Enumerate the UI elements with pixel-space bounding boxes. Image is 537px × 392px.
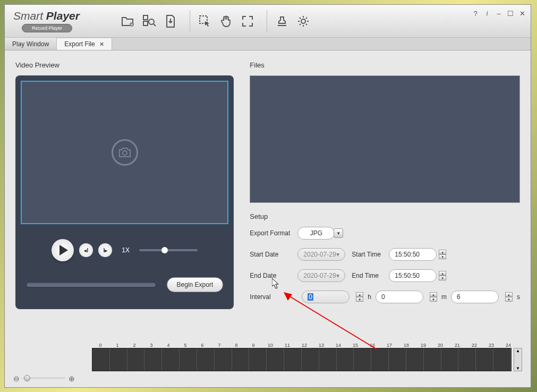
timeline-cell[interactable] [493, 348, 511, 371]
timeline-cell[interactable] [180, 348, 197, 371]
interval-label: Interval [250, 293, 297, 301]
timeline-cell[interactable] [110, 348, 127, 371]
timeline-cell[interactable] [441, 348, 459, 371]
export-format-select[interactable]: JPG [297, 227, 335, 240]
close-button[interactable]: ✕ [518, 9, 526, 18]
speed-slider[interactable] [139, 249, 198, 251]
zoom-in-icon[interactable]: ⊕ [69, 374, 75, 383]
export-progress [26, 282, 156, 287]
search-button[interactable] [140, 12, 159, 31]
zoom-control: ⊖ ⊕ [13, 374, 522, 383]
interval-secs-field[interactable]: 6 [451, 291, 499, 303]
end-time-spinner[interactable]: ▲▼ [439, 271, 446, 280]
maximize-button[interactable]: ☐ [506, 9, 515, 18]
timeline-cell[interactable] [267, 348, 284, 371]
zoom-slider[interactable] [23, 377, 65, 380]
timeline-cell[interactable] [162, 348, 180, 371]
timeline-cell[interactable] [92, 348, 110, 371]
calendar-icon: ▾ [336, 251, 339, 258]
setup-title: Setup [250, 212, 520, 220]
timeline-hour-label: 17 [381, 343, 398, 348]
export-controls: Begin Export [21, 277, 228, 292]
secs-spinner[interactable]: ▲▼ [505, 292, 513, 302]
interval-mins-field[interactable]: 0 [376, 291, 423, 303]
tab-play-window[interactable]: Play Window [5, 38, 57, 50]
secs-unit: s [517, 293, 520, 301]
tab-close-icon[interactable]: ✕ [99, 41, 104, 48]
timeline-hour-label: 7 [211, 343, 228, 348]
region-select-button[interactable] [195, 12, 215, 31]
format-dropdown-icon[interactable]: ▼ [334, 228, 343, 238]
interval-hours-field[interactable]: 0 [302, 291, 350, 303]
timeline-hour-label: 10 [262, 343, 279, 348]
speed-label: 1X [122, 246, 130, 254]
timeline-hour-label: 3 [143, 343, 160, 348]
zoom-slider-thumb[interactable] [24, 375, 30, 381]
minimize-button[interactable]: – [495, 9, 503, 18]
timeline-cell[interactable] [319, 348, 337, 371]
timeline-cell[interactable] [476, 348, 493, 371]
start-date-field[interactable]: 2020-07-29▾ [297, 248, 345, 261]
tab-bar: Play Window Export File✕ [5, 38, 531, 50]
timeline-track[interactable] [92, 348, 512, 371]
timeline-cell[interactable] [337, 348, 354, 371]
stamp-button[interactable] [272, 12, 292, 31]
timeline-cell[interactable] [424, 348, 441, 371]
svg-point-8 [301, 19, 305, 23]
timeline-cell[interactable] [215, 348, 232, 371]
end-time-label: End Time [352, 272, 389, 279]
timeline-cell[interactable] [284, 348, 302, 371]
timeline-cell[interactable] [249, 348, 267, 371]
timeline-cell[interactable] [406, 348, 424, 371]
open-folder-button[interactable]: + [118, 12, 138, 31]
speed-slider-thumb[interactable] [161, 247, 168, 253]
left-panel: Video Preview ◂I I▸ 1X Begin Export [15, 61, 234, 332]
fullscreen-button[interactable] [238, 12, 257, 31]
timeline-scrollbar[interactable]: ▲▼ [514, 348, 522, 371]
step-back-button[interactable]: ◂I [79, 243, 93, 257]
play-button[interactable] [52, 239, 74, 261]
timeline-cell[interactable] [232, 348, 250, 371]
start-row: Start Date 2020-07-29▾ Start Time 15:50:… [250, 248, 520, 261]
pan-button[interactable] [217, 12, 236, 31]
end-time-field[interactable]: 15:50:50 [389, 269, 437, 282]
end-row: End Date 2020-07-29▾ End Time 15:50:50 ▲… [250, 269, 520, 282]
timeline-hour-label: 6 [194, 343, 211, 348]
info-button[interactable]: i [483, 9, 491, 18]
settings-button[interactable] [294, 12, 313, 31]
timeline-hour-label: 15 [347, 343, 364, 348]
svg-point-4 [149, 19, 154, 24]
timeline-cell[interactable] [354, 348, 371, 371]
timeline-cell[interactable] [197, 348, 215, 371]
camera-icon [112, 139, 138, 166]
tab-export-file[interactable]: Export File✕ [57, 38, 112, 50]
timeline-hour-label: 0 [92, 343, 109, 348]
begin-export-button[interactable]: Begin Export [167, 277, 224, 292]
help-button[interactable]: ? [471, 9, 480, 18]
timeline-cell[interactable] [371, 348, 389, 371]
timeline-cell[interactable] [127, 348, 145, 371]
hours-spinner[interactable]: ▲▼ [356, 292, 363, 302]
window-controls: ? i – ☐ ✕ [471, 9, 526, 18]
timeline-cell[interactable] [458, 348, 476, 371]
files-list[interactable] [250, 75, 520, 203]
end-date-field[interactable]: 2020-07-29▾ [297, 269, 345, 282]
mins-spinner[interactable]: ▲▼ [430, 292, 437, 302]
start-time-field[interactable]: 15:50:50 [389, 248, 437, 261]
timeline-hour-label: 24 [500, 343, 517, 348]
app-subtitle: Record Player [22, 24, 72, 32]
export-button[interactable] [161, 12, 180, 31]
timeline-hour-label: 21 [449, 343, 466, 348]
right-panel: Files Setup Export Format JPG ▼ Start Da… [250, 61, 520, 332]
svg-rect-2 [143, 15, 148, 20]
video-canvas[interactable] [21, 81, 228, 224]
timeline-hour-label: 23 [483, 343, 500, 348]
timeline-cell[interactable] [302, 348, 319, 371]
toolbar: + [113, 10, 318, 32]
start-time-spinner[interactable]: ▲▼ [439, 250, 446, 259]
timeline-cell[interactable] [144, 348, 162, 371]
app-logo: Smart Player Record Player [9, 10, 104, 32]
step-forward-button[interactable]: I▸ [98, 243, 112, 257]
zoom-out-icon[interactable]: ⊖ [13, 374, 20, 383]
timeline-cell[interactable] [389, 348, 406, 371]
